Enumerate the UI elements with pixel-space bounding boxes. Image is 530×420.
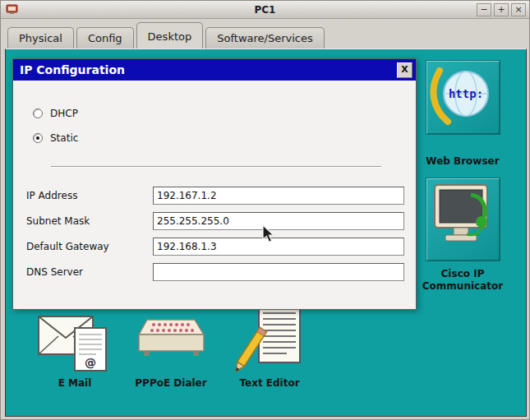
mouse-cursor	[262, 224, 275, 243]
tab-software-services[interactable]: Software/Services	[205, 27, 325, 48]
pppoe-dialer-icon	[132, 308, 211, 371]
maximize-button[interactable]: +	[494, 3, 509, 16]
dns-server-row: DNS Server	[26, 263, 406, 281]
http-text: http:	[449, 87, 483, 100]
cisco-ip-communicator-icon	[426, 178, 500, 261]
cisco-ip-communicator-button[interactable]	[426, 178, 500, 261]
close-button[interactable]: ×	[511, 3, 526, 16]
window-titlebar[interactable]: PC1 − + ×	[1, 1, 529, 19]
text-editor-icon	[229, 303, 311, 376]
web-browser-icon: http:	[426, 61, 500, 134]
static-radio-label[interactable]: Static	[50, 132, 78, 144]
tab-bar: Physical Config Desktop Software/Service…	[1, 19, 529, 48]
text-editor-button[interactable]	[229, 303, 311, 376]
pppoe-dialer-label: PPPoE Dialer	[122, 377, 220, 390]
dialog-titlebar[interactable]: IP Configuration X	[13, 59, 416, 81]
email-label: E Mail	[25, 377, 124, 390]
dhcp-radio[interactable]	[33, 108, 43, 118]
web-browser-button[interactable]: http:	[426, 60, 500, 135]
cisco-ip-communicator-label: Cisco IP Communicator	[410, 268, 515, 293]
text-editor-label: Text Editor	[220, 377, 319, 390]
separator	[51, 166, 381, 168]
window-title: PC1	[1, 4, 529, 16]
default-gateway-input[interactable]	[153, 238, 404, 256]
at-sign-text: @	[85, 356, 96, 369]
dns-server-input[interactable]	[153, 263, 404, 281]
dhcp-radio-row: DHCP	[33, 107, 78, 120]
dialog-title: IP Configuration	[20, 63, 125, 76]
minimize-button[interactable]: −	[477, 3, 491, 16]
default-gateway-label: Default Gateway	[26, 241, 153, 252]
desktop-area: http: Web Browser Cisco IP Communicator	[5, 48, 527, 417]
dialog-close-button[interactable]: X	[397, 62, 412, 78]
web-browser-label: Web Browser	[413, 155, 512, 168]
email-icon: @	[35, 305, 114, 376]
tab-physical[interactable]: Physical	[7, 27, 74, 48]
window-icon	[6, 3, 18, 16]
window-controls: − + ×	[477, 3, 526, 16]
static-radio[interactable]	[33, 133, 43, 143]
static-radio-row: Static	[33, 132, 78, 145]
dns-server-label: DNS Server	[26, 266, 153, 278]
subnet-mask-label: Subnet Mask	[26, 215, 153, 227]
ip-configuration-dialog: IP Configuration X DHCP Static IP Addres…	[12, 58, 417, 310]
tab-desktop[interactable]: Desktop	[136, 22, 204, 48]
pc1-window: PC1 − + × Physical Config Desktop Softwa…	[0, 0, 530, 420]
ip-address-row: IP Address	[26, 187, 406, 205]
email-button[interactable]: @	[35, 305, 114, 376]
subnet-mask-input[interactable]	[153, 212, 404, 230]
tab-config[interactable]: Config	[76, 27, 134, 48]
default-gateway-row: Default Gateway	[26, 238, 406, 256]
subnet-mask-row: Subnet Mask	[26, 212, 406, 230]
ip-address-input[interactable]	[153, 187, 404, 205]
dhcp-radio-label[interactable]: DHCP	[50, 108, 78, 119]
ip-address-label: IP Address	[26, 190, 153, 201]
pppoe-dialer-button[interactable]	[132, 308, 211, 371]
